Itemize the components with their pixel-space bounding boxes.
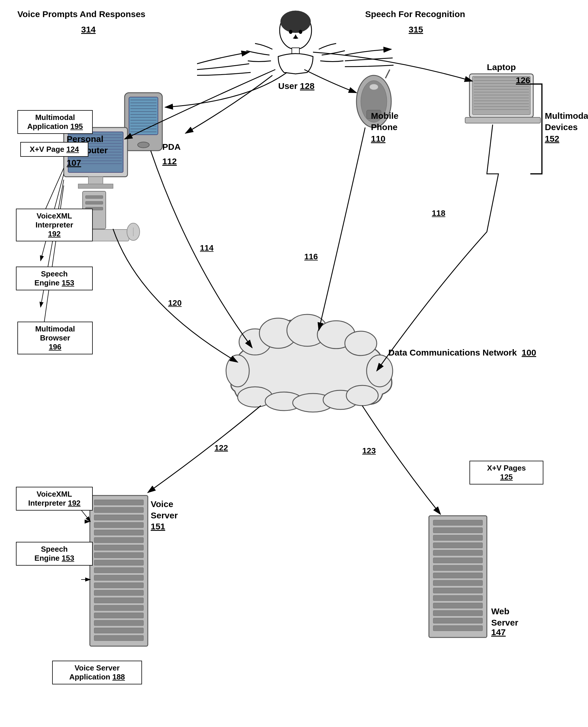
svg-rect-60 xyxy=(85,201,103,204)
link-118-label: 118 xyxy=(432,209,445,218)
svg-rect-109 xyxy=(433,603,483,608)
voice-server-app-box: Voice ServerApplication 188 xyxy=(52,661,142,684)
svg-rect-78 xyxy=(94,500,144,505)
svg-rect-89 xyxy=(94,583,144,588)
svg-rect-99 xyxy=(433,528,483,533)
pda-id: 112 xyxy=(162,156,177,166)
speech-recognition-id: 315 xyxy=(408,25,423,35)
svg-rect-93 xyxy=(94,613,144,618)
speech-engine-vs-box: SpeechEngine 153 xyxy=(16,542,93,565)
svg-rect-59 xyxy=(85,196,103,198)
svg-rect-90 xyxy=(94,590,144,596)
voice-prompts-id: 314 xyxy=(81,25,96,35)
svg-point-4 xyxy=(280,11,311,33)
svg-line-27 xyxy=(385,69,390,78)
svg-rect-108 xyxy=(433,596,483,601)
svg-rect-104 xyxy=(433,565,483,571)
svg-rect-107 xyxy=(433,588,483,593)
pda-label: PDA xyxy=(162,142,181,152)
svg-rect-96 xyxy=(94,636,144,641)
svg-rect-94 xyxy=(94,620,144,625)
mobile-phone-id: 110 xyxy=(371,134,385,144)
xv-pages-box: X+V Pages125 xyxy=(469,461,543,485)
svg-rect-86 xyxy=(94,560,144,565)
voicexml-interpreter-pc-box: VoiceXMLInterpreter192 xyxy=(16,209,93,241)
laptop-label: Laptop xyxy=(487,62,516,72)
svg-rect-91 xyxy=(94,598,144,603)
multimodal-browser-box: MultimodalBrowser196 xyxy=(17,322,93,355)
svg-point-69 xyxy=(345,331,377,356)
user-label: User 128 xyxy=(278,81,314,91)
svg-point-6 xyxy=(299,30,302,34)
mobile-phone-label: MobilePhone xyxy=(371,110,398,133)
multimodal-app-box: MultimodalApplication 195 xyxy=(17,110,93,134)
voicexml-interpreter-vs-box: VoiceXMLInterpreter 192 xyxy=(16,487,93,511)
svg-rect-110 xyxy=(433,611,483,616)
svg-point-76 xyxy=(346,385,378,406)
svg-rect-82 xyxy=(94,530,144,535)
svg-point-25 xyxy=(370,84,378,90)
svg-rect-103 xyxy=(433,558,483,563)
voice-server-label: VoiceServer xyxy=(151,498,177,521)
multimodal-devices-id: 152 xyxy=(545,134,559,144)
speech-engine-pc-box: SpeechEngine 153 xyxy=(16,266,93,290)
svg-rect-85 xyxy=(94,553,144,558)
web-server-id: 147 xyxy=(491,627,506,637)
svg-rect-22 xyxy=(465,117,541,123)
link-120-label: 120 xyxy=(168,298,182,308)
svg-rect-105 xyxy=(433,573,483,578)
svg-rect-88 xyxy=(94,575,144,580)
svg-rect-80 xyxy=(94,515,144,520)
svg-rect-83 xyxy=(94,537,144,543)
xv-page-box: X+V Page 124 xyxy=(20,142,88,157)
multimodal-devices-label: MultimodalDevices xyxy=(545,110,588,133)
svg-rect-95 xyxy=(94,628,144,633)
speech-recognition-label: Speech For Recognition xyxy=(365,9,465,19)
svg-rect-101 xyxy=(433,543,483,548)
svg-rect-56 xyxy=(88,177,103,184)
link-116-label: 116 xyxy=(304,252,318,261)
svg-rect-84 xyxy=(94,545,144,550)
data-network-label: Data Communications Network 100 xyxy=(388,348,536,358)
svg-rect-92 xyxy=(94,605,144,611)
svg-point-71 xyxy=(366,355,393,387)
pc-id: 107 xyxy=(67,158,81,168)
svg-point-5 xyxy=(289,30,292,34)
svg-point-70 xyxy=(226,355,249,387)
svg-rect-111 xyxy=(433,618,483,623)
svg-rect-57 xyxy=(78,184,113,188)
laptop-id: 126 xyxy=(516,75,530,85)
svg-rect-79 xyxy=(94,507,144,513)
svg-point-42 xyxy=(138,142,149,148)
diagram-container: Voice Prompts And Responses 314 Speech F… xyxy=(0,0,588,727)
link-123-label: 123 xyxy=(362,446,376,455)
voice-server-id: 151 xyxy=(151,521,165,531)
svg-line-116 xyxy=(81,510,90,521)
svg-rect-87 xyxy=(94,568,144,573)
svg-rect-100 xyxy=(433,535,483,540)
svg-rect-98 xyxy=(433,520,483,525)
voice-prompts-label: Voice Prompts And Responses xyxy=(17,9,146,19)
svg-rect-81 xyxy=(94,522,144,528)
web-server-label: WebServer xyxy=(491,605,518,628)
svg-rect-112 xyxy=(433,625,483,631)
svg-rect-102 xyxy=(433,550,483,555)
svg-rect-106 xyxy=(433,580,483,585)
link-122-label: 122 xyxy=(214,443,228,453)
link-114-label: 114 xyxy=(200,243,214,253)
